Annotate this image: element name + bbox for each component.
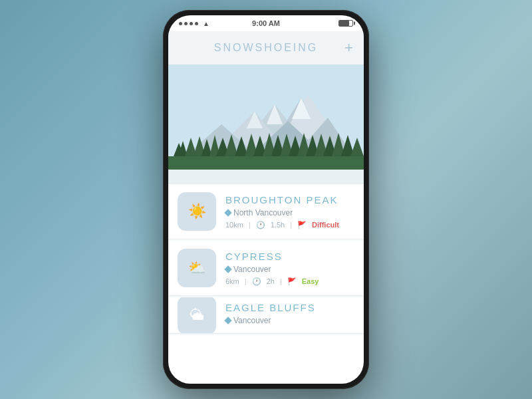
difficulty-1: Difficult	[312, 221, 339, 229]
phone-frame: ▲ 9:00 AM SNOWSHOEING +	[163, 10, 369, 389]
app-title: SNOWSHOEING	[214, 42, 319, 54]
distance-1: 10km	[225, 221, 243, 229]
status-time: 9:00 AM	[252, 19, 280, 27]
app-header: SNOWSHOEING +	[168, 31, 364, 65]
duration-1: 1.5h	[271, 221, 285, 229]
trail-location-2: Vancouver	[225, 265, 354, 274]
weather-symbol-2: ⛅	[188, 259, 206, 277]
trail-weather-icon-2: ⛅	[178, 249, 216, 287]
battery-fill	[339, 21, 349, 26]
trail-info-3: EAGLE BLUFFS Vancouver	[225, 302, 354, 329]
signal-dot-1	[179, 22, 182, 25]
mountain-scene	[168, 65, 364, 184]
distance-2: 6km	[225, 277, 239, 285]
clock-icon-2: 🕐	[252, 277, 261, 286]
signal-dot-2	[184, 22, 188, 25]
location-diamond-icon-1	[224, 209, 231, 216]
separator-4: |	[280, 277, 282, 285]
svg-rect-11	[168, 156, 364, 171]
weather-symbol-3: 🌥	[190, 307, 204, 324]
signal-area: ▲	[179, 20, 209, 27]
duration-2: 2h	[267, 277, 275, 285]
trail-meta-1: 10km | 🕐 1.5h | 🚩 Difficult	[225, 221, 354, 229]
trail-weather-icon-1: ☀️	[178, 192, 216, 231]
wifi-icon: ▲	[203, 20, 209, 27]
phone-screen: ▲ 9:00 AM SNOWSHOEING +	[168, 15, 364, 384]
trail-location-3: Vancouver	[225, 316, 354, 325]
location-text-3: Vancouver	[233, 316, 271, 325]
weather-symbol-1: ☀️	[188, 203, 206, 220]
signal-dot-3	[190, 22, 193, 25]
trail-name-3: EAGLE BLUFFS	[225, 302, 354, 313]
trail-location-1: North Vancouver	[225, 208, 354, 217]
trail-weather-icon-3: 🌥	[178, 297, 216, 334]
trail-item[interactable]: ☀️ BROUGHTON PEAK North Vancouver 10km |…	[168, 184, 364, 239]
trail-meta-2: 6km | 🕐 2h | 🚩 Easy	[225, 277, 354, 286]
status-bar: ▲ 9:00 AM	[168, 15, 364, 31]
trail-name-2: CYPRESS	[225, 251, 354, 262]
trail-item[interactable]: ⛅ CYPRESS Vancouver 6km | 🕐 2h | 🚩	[168, 241, 364, 296]
trail-info-2: CYPRESS Vancouver 6km | 🕐 2h | 🚩 Easy	[225, 251, 354, 286]
difficulty-2: Easy	[302, 277, 319, 285]
separator-1: |	[249, 221, 251, 229]
location-diamond-icon-2	[224, 265, 231, 273]
svg-rect-34	[168, 170, 364, 184]
location-text-1: North Vancouver	[233, 208, 293, 217]
mountain-illustration	[168, 65, 364, 184]
flag-icon-1: 🚩	[297, 221, 307, 229]
flag-icon-2: 🚩	[287, 277, 297, 286]
add-button[interactable]: +	[344, 41, 353, 55]
signal-dot-4	[195, 22, 198, 25]
location-text-2: Vancouver	[233, 265, 271, 274]
trail-name-1: BROUGHTON PEAK	[225, 194, 354, 205]
separator-2: |	[290, 221, 292, 229]
location-diamond-icon-3	[224, 317, 231, 324]
trail-info-1: BROUGHTON PEAK North Vancouver 10km | 🕐 …	[225, 194, 354, 229]
clock-icon-1: 🕐	[256, 221, 265, 229]
separator-3: |	[245, 277, 247, 285]
trail-list: ☀️ BROUGHTON PEAK North Vancouver 10km |…	[168, 184, 364, 335]
trail-item[interactable]: 🌥 EAGLE BLUFFS Vancouver	[168, 297, 364, 334]
battery-icon	[338, 20, 353, 27]
